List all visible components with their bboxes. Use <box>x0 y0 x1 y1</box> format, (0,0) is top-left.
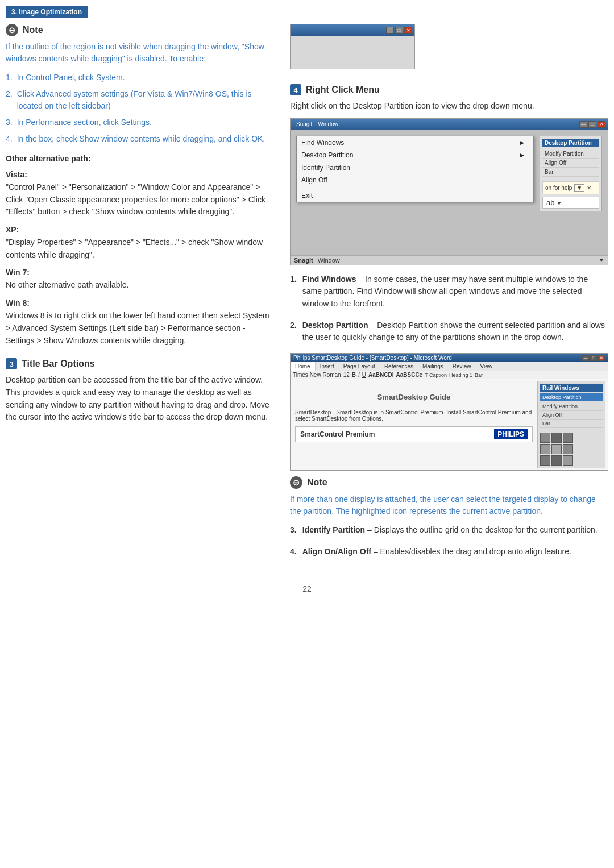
snagit-label: Snagit <box>296 121 312 127</box>
arrow-icon: ▶ <box>520 152 524 158</box>
partition-block <box>540 444 550 454</box>
list-item: 1. In Control Panel, click System. <box>6 72 273 84</box>
page-number: 22 <box>0 573 614 599</box>
ctx-min-button[interactable]: — <box>579 121 587 128</box>
ctx-menu-item-find-windows[interactable]: Find Windows ▶ <box>297 136 533 149</box>
list-num: 3. <box>290 524 297 537</box>
ctx-menu-item-desktop-partition[interactable]: Desktop Partition ▶ <box>297 149 533 161</box>
tab-insert[interactable]: Insert <box>316 362 339 371</box>
tab-page-layout[interactable]: Page Layout <box>339 362 380 371</box>
list-num: 2. <box>290 319 297 344</box>
top-screenshot: — □ ✕ <box>290 24 415 69</box>
ctx-close-button[interactable]: ✕ <box>598 121 605 128</box>
underline-button[interactable]: U <box>362 372 366 378</box>
list-text: Click Advanced system settings (For Vist… <box>17 88 273 112</box>
sd-partition-grid <box>540 433 603 466</box>
tab-mailings[interactable]: Mailings <box>418 362 448 371</box>
sd-sidebar-item: Bar <box>540 420 603 428</box>
style-bar: Bar <box>475 372 483 378</box>
window-bottom-label: Window <box>318 257 340 264</box>
sd-smartcontrol-row: SmartControl Premium PHILIPS <box>295 426 533 442</box>
ctx-body: Find Windows ▶ Desktop Partition ▶ Ident… <box>291 130 608 255</box>
close-button[interactable]: ✕ <box>404 27 412 34</box>
ctx-menu-item-align-off[interactable]: Align Off <box>297 174 533 186</box>
smart-label: SmartControl Premium <box>300 430 375 438</box>
partition-block <box>551 444 562 454</box>
sd-min-button[interactable]: — <box>582 355 589 361</box>
win7-title: Win 7: <box>6 268 273 277</box>
right-col-list-2: 3. Identify Partition – Displays the out… <box>290 524 608 558</box>
tab-view[interactable]: View <box>476 362 497 371</box>
philips-badge: PHILIPS <box>494 429 528 439</box>
section3-text: Desktop partition can be accessed from t… <box>6 374 273 423</box>
ctx-dropdown-arrow[interactable]: ▼ <box>599 257 604 263</box>
sd-sidebar-item: Modify Partition <box>540 402 603 411</box>
max-button[interactable]: □ <box>395 27 403 34</box>
list-bold: Align On/Align Off <box>302 547 371 556</box>
tab-home[interactable]: Home <box>291 362 316 371</box>
win7-text: No other alternative path available. <box>6 279 273 292</box>
xp-title: XP: <box>6 225 273 234</box>
arrow-icon: ▶ <box>520 140 524 146</box>
bold-button[interactable]: B <box>352 372 356 378</box>
sd-max-button[interactable]: □ <box>590 355 597 361</box>
close-icon[interactable]: ✕ <box>587 185 591 191</box>
dropdown-icon[interactable]: ▼ <box>574 184 584 192</box>
list-num: 1. <box>6 72 13 84</box>
list-item: 2. Desktop Partition – Desktop Partition… <box>290 319 608 344</box>
list-item: 4. In the box, check Show window content… <box>6 133 273 145</box>
ctx-help-area: on for help ▼ ✕ ab ▼ <box>542 181 599 209</box>
style-aabncdi: AaBNCDI <box>368 372 393 378</box>
partition-block <box>563 444 573 454</box>
note-icon: ⊖ <box>6 24 18 36</box>
section4-badge: 4 Right Click Menu <box>290 84 380 95</box>
menu-item-label: Align Off <box>301 176 327 184</box>
tab-references[interactable]: References <box>380 362 418 371</box>
min-button[interactable]: — <box>386 27 394 34</box>
menu-item-label: Identify Partition <box>301 164 350 172</box>
partition-block <box>551 455 562 466</box>
sd-sidebar-active: Desktop Partition <box>540 393 603 401</box>
sd-ribbon-tabs: Home Insert Page Layout References Maili… <box>291 362 608 371</box>
partition-block <box>540 455 550 466</box>
snagit-bottom-label: Snagit <box>294 257 313 264</box>
list-bold: Find Windows <box>302 275 356 284</box>
note2-icon: ⊖ <box>290 476 302 489</box>
toolbar-font: Times New Roman <box>293 372 341 378</box>
list-bold: Identify Partition <box>302 525 365 534</box>
sd-close-button[interactable]: ✕ <box>598 355 605 361</box>
dropdown-icon-2[interactable]: ▼ <box>557 200 562 206</box>
note2-header: ⊖ Note <box>290 476 608 489</box>
list-item: 1. Find Windows – In some cases, the use… <box>290 273 608 310</box>
list-item: 2. Click Advanced system settings (For V… <box>6 88 273 112</box>
ctx-side-item: Align Off <box>542 159 599 168</box>
style-aabscce: AaBSCCe <box>396 372 422 378</box>
alt-path-title: Other alternative path: <box>6 154 273 163</box>
sd-titlebar: Philips SmartDesktop Guide - [SmartDeskt… <box>291 354 608 362</box>
smartcontrol-logo: SmartControl Premium <box>300 430 375 438</box>
menu-item-label: Find Windows <box>301 139 344 147</box>
sd-toolbar-row: Times New Roman 12 B I U AaBNCDI AaBSCCe… <box>291 371 608 379</box>
toolbar-size: 12 <box>343 372 350 378</box>
ctx-menu-item-identify-partition[interactable]: Identify Partition <box>297 161 533 174</box>
italic-button[interactable]: I <box>358 372 360 378</box>
ctx-side-item: Modify Partition <box>542 149 599 159</box>
list-item: 3. In Performance section, click Setting… <box>6 117 273 128</box>
window-body <box>291 36 414 69</box>
right-col-list: 1. Find Windows – In some cases, the use… <box>290 273 608 344</box>
note-header: ⊖ Note <box>6 24 273 36</box>
sd-sidebar: Rail Windows Desktop Partition Modify Pa… <box>537 381 605 468</box>
list-item: 4. Align On/Align Off – Enables/disables… <box>290 546 608 558</box>
list-content: Desktop Partition – Desktop Partition sh… <box>302 319 608 344</box>
ctx-menu-panel: Find Windows ▶ Desktop Partition ▶ Ident… <box>296 136 534 202</box>
list-num: 1. <box>290 273 297 310</box>
style-t-caption: T Caption <box>425 372 447 378</box>
ctx-max-button[interactable]: □ <box>588 121 596 128</box>
sd-window-buttons: — □ ✕ <box>582 355 605 361</box>
note2-text: If more than one display is attached, th… <box>290 493 608 517</box>
sd-content: SmartDesktop Guide SmartDesktop - SmartD… <box>291 379 608 470</box>
ctx-menu-item-exit[interactable]: Exit <box>297 189 533 202</box>
tab-review[interactable]: Review <box>448 362 476 371</box>
vista-title: Vista: <box>6 170 273 179</box>
steps-list: 1. In Control Panel, click System. 2. Cl… <box>6 72 273 145</box>
